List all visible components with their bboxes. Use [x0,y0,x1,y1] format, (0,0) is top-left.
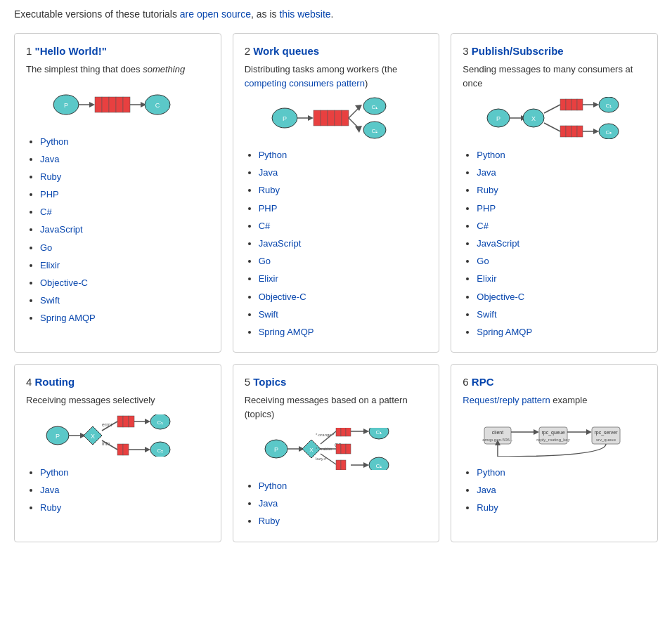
intro-text: Executable versions of these tutorials a… [14,7,658,22]
list-item: Swift [477,306,646,323]
link-go[interactable]: Go [40,242,52,253]
list-item: Ruby [477,499,646,516]
open-source-link[interactable]: are open source [180,8,251,20]
link-spring[interactable]: Spring AMQP [477,327,532,337]
link-php[interactable]: PHP [40,189,59,200]
link-javascript[interactable]: JavaScript [477,238,519,249]
card-5-title[interactable]: Topics [253,376,286,388]
link-java[interactable]: Java [477,167,496,178]
website-link[interactable]: this website [279,8,330,20]
card-5-diagram: P X *.orange.* *.*.rabbit lazy.# [245,428,428,470]
svg-rect-40 [577,99,583,110]
svg-text:reply_routing_key: reply_routing_key [536,438,569,442]
svg-text:C₂: C₂ [157,447,164,454]
svg-rect-37 [560,99,566,110]
link-java[interactable]: Java [259,498,278,509]
card-3-title[interactable]: Publish/Subscribe [472,45,564,57]
link-ruby[interactable]: Ruby [40,502,61,513]
svg-text:rpc_server: rpc_server [594,430,618,436]
link-objectivec[interactable]: Objective-C [477,292,524,302]
link-csharp[interactable]: C# [259,221,271,231]
link-swift[interactable]: Swift [259,309,278,320]
link-swift[interactable]: Swift [477,309,496,320]
link-java[interactable]: Java [477,485,496,495]
link-csharp[interactable]: C# [477,221,489,231]
link-objectivec[interactable]: Objective-C [259,292,306,302]
svg-text:X: X [91,433,95,440]
link-spring[interactable]: Spring AMQP [40,313,96,323]
card-3-header: 3 Publish/Subscribe [463,45,646,57]
svg-text:srv_queue: srv_queue [596,438,616,442]
svg-text:C₁: C₁ [372,104,378,110]
svg-text:rpc_queue: rpc_queue [541,430,564,436]
tutorial-grid: 1 "Hello World!" The simplest thing that… [14,33,658,542]
link-go[interactable]: Go [259,256,271,266]
link-python[interactable]: Python [259,481,287,491]
list-item: Java [40,150,209,168]
svg-line-45 [544,123,560,131]
link-java[interactable]: Java [259,167,278,178]
list-item: Elixir [40,256,209,274]
link-python[interactable]: Python [477,150,505,160]
link-javascript[interactable]: JavaScript [40,224,83,235]
card-1-header: 1 "Hello World!" [26,45,209,57]
link-elixir[interactable]: Elixir [40,260,60,270]
card-5-header: 5 Topics [245,376,428,388]
list-item: JavaScript [40,221,209,238]
link-elixir[interactable]: Elixir [259,273,278,284]
link-python[interactable]: Python [40,467,68,478]
list-item: Ruby [40,168,209,185]
card-6-title[interactable]: RPC [472,376,494,388]
link-swift[interactable]: Swift [40,295,60,306]
list-item: Python [259,146,428,164]
list-item: Swift [40,292,209,309]
svg-text:C₂: C₂ [605,129,612,136]
card-routing: 4 Routing Receiving messages selectively… [14,364,221,542]
link-objectivec[interactable]: Objective-C [40,277,88,288]
card-rpc: 6 RPC Request/reply pattern example clie… [451,364,658,542]
link-ruby[interactable]: Ruby [477,502,498,513]
link-ruby[interactable]: Ruby [40,171,61,182]
card-2-header: 2 Work queues [245,45,428,57]
link-python[interactable]: Python [40,136,68,147]
link-spring[interactable]: Spring AMQP [259,327,314,337]
svg-marker-42 [593,102,599,107]
card-3-num: 3 [463,45,472,57]
link-csharp[interactable]: C# [40,207,52,217]
card-1-title[interactable]: "Hello World!" [35,45,107,57]
svg-rect-39 [571,99,577,110]
svg-marker-3 [89,102,95,107]
link-ruby[interactable]: Ruby [477,185,498,195]
svg-rect-49 [577,126,583,137]
link-java[interactable]: Java [40,485,59,495]
svg-rect-5 [102,97,109,112]
link-go[interactable]: Go [477,256,489,266]
link-elixir[interactable]: Elixir [477,273,496,284]
list-item: Go [40,239,209,256]
svg-rect-64 [117,416,123,427]
card-6-num: 6 [463,376,472,388]
svg-text:P: P [56,433,60,440]
request-reply-link[interactable]: Request/reply pattern [463,395,550,405]
list-item: Elixir [477,270,646,287]
link-php[interactable]: PHP [259,203,278,214]
link-ruby[interactable]: Ruby [259,185,280,195]
link-php[interactable]: PHP [477,203,496,214]
link-java[interactable]: Java [40,154,59,164]
link-python[interactable]: Python [477,467,505,478]
list-item: Swift [259,306,428,323]
svg-text:C₂: C₂ [372,128,378,134]
card-4-title[interactable]: Routing [35,376,75,388]
card-2-title[interactable]: Work queues [253,45,319,57]
link-python[interactable]: Python [259,150,287,160]
svg-text:X: X [309,447,314,453]
card-1-links: Python Java Ruby PHP C# JavaScript Go El… [26,133,209,327]
svg-rect-98 [341,460,346,470]
svg-rect-38 [566,99,571,110]
svg-rect-19 [328,110,335,126]
card-2-num: 2 [245,45,254,57]
link-javascript[interactable]: JavaScript [259,238,302,249]
svg-text:P: P [64,102,68,109]
link-ruby[interactable]: Ruby [259,516,280,526]
competing-consumers-link[interactable]: competing consumers pattern [245,78,365,89]
